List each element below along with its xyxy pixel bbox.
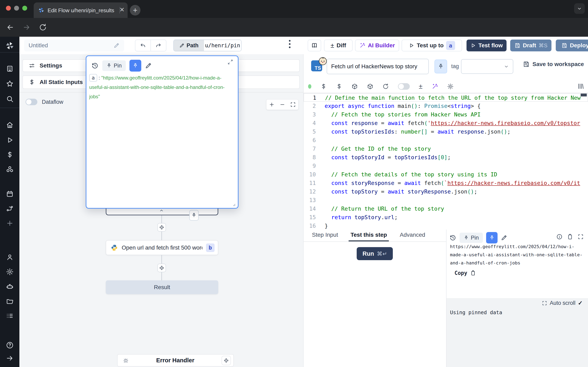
flow-node-result[interactable]: Result [106, 280, 218, 294]
editor-scrollbar[interactable] [581, 94, 587, 96]
undo-button[interactable] [135, 42, 150, 49]
variables-dollar-icon[interactable] [336, 83, 342, 90]
schedules-calendar-icon[interactable] [6, 190, 14, 198]
expand-icon[interactable] [578, 234, 584, 240]
diff-button[interactable]: ± Diff [324, 40, 353, 51]
home-icon[interactable] [6, 121, 14, 129]
pinned-toggle-button[interactable] [486, 232, 498, 243]
resources-cubes-icon[interactable] [6, 166, 14, 173]
code-line[interactable]: 3 // Fetch the top stories from Hacker N… [303, 110, 588, 119]
more-options-icon[interactable] [289, 43, 291, 45]
reload-icon[interactable] [382, 83, 389, 90]
path-group[interactable]: Path u/henri/pin [173, 40, 242, 51]
collapse-sidebar-arrow-icon[interactable] [6, 354, 14, 362]
pin-tab-button[interactable]: Pin [102, 60, 126, 71]
code-line[interactable]: 12 const topStory = await storyResponse.… [303, 187, 588, 196]
run-button[interactable]: Run ⌘↵ [357, 247, 393, 260]
gear-icon[interactable] [6, 268, 14, 276]
code-line[interactable]: 10 // Fetch the details of the top story… [303, 170, 588, 179]
pin-input-button[interactable] [434, 59, 447, 73]
pinned-toggle-button[interactable] [130, 60, 141, 72]
tab-search-button[interactable] [574, 3, 585, 14]
expand-icon[interactable] [227, 59, 233, 65]
code-line[interactable]: 15 return topStory.url; [303, 213, 588, 222]
docs-book-button[interactable] [308, 40, 321, 51]
search-icon[interactable] [6, 95, 14, 103]
node-a-pin-badge[interactable] [189, 210, 199, 221]
test-up-to-target-badge[interactable]: a [446, 41, 455, 50]
save-to-workspace-button[interactable]: Save to workspace [523, 61, 584, 68]
runs-play-icon[interactable] [6, 136, 14, 144]
flow-name-input[interactable]: Untitled [24, 40, 124, 51]
insert-step-button[interactable] [157, 264, 166, 272]
code-line[interactable]: 7 // Get the ID of the top story [303, 145, 588, 153]
logs-list-icon[interactable] [6, 312, 14, 320]
favorites-star-icon[interactable] [6, 80, 14, 88]
diff-plusminus-icon[interactable]: ± [419, 82, 423, 90]
close-window-button[interactable] [6, 6, 11, 11]
ai-builder-button[interactable]: AI Builder [355, 40, 399, 51]
ai-wand-icon[interactable] [432, 83, 438, 90]
editor-settings-gear-icon[interactable] [447, 83, 454, 90]
variables-dollar-icon[interactable] [6, 151, 14, 159]
add-error-handler-button[interactable] [222, 356, 231, 365]
info-icon[interactable] [556, 234, 562, 240]
minimize-window-button[interactable] [14, 6, 19, 11]
edit-pencil-icon[interactable] [145, 62, 152, 69]
tab-close-icon[interactable]: ✕ [120, 6, 125, 13]
clipboard-icon[interactable] [567, 234, 573, 240]
static-inputs-dollar-icon[interactable] [320, 83, 327, 90]
back-button[interactable] [6, 23, 14, 31]
history-icon[interactable] [449, 234, 456, 241]
test-up-to-button[interactable]: Test up to a [402, 40, 462, 51]
error-handler-node[interactable]: Error Handler [117, 354, 234, 367]
result-value[interactable]: https://www.geoffreylitt.com/2025/04/12/… [450, 243, 582, 267]
add-plus-icon[interactable] [6, 219, 14, 227]
forward-button[interactable] [22, 23, 31, 31]
tab-test-this-step[interactable]: Test this step [351, 232, 387, 238]
maximize-window-button[interactable] [22, 6, 27, 11]
flows-route-icon[interactable] [6, 205, 14, 212]
new-tab-button[interactable]: + [130, 5, 140, 16]
code-line[interactable]: 1// Define the main function to fetch th… [303, 93, 588, 102]
code-line[interactable]: 4 const response = await fetch('https://… [303, 119, 588, 127]
code-line[interactable]: 2export async function main(): Promise<s… [303, 102, 588, 110]
step-summary-input[interactable]: Fetch url of HackerNews top story [327, 59, 429, 74]
draft-button[interactable]: Draft ⌘S [510, 40, 552, 51]
windmill-logo[interactable] [5, 41, 13, 49]
copy-button[interactable]: Copy [454, 270, 476, 276]
tab-step-input[interactable]: Step Input [312, 232, 338, 238]
zoom-out-icon[interactable] [279, 102, 285, 108]
pin-tab-button[interactable]: Pin [459, 233, 483, 243]
flow-node-b[interactable]: Open url and fetch first 500 words of ..… [106, 240, 218, 255]
help-icon[interactable] [6, 341, 14, 349]
code-line[interactable]: 6 [303, 136, 588, 145]
auto-scroll-control[interactable]: Auto scroll ✓ [542, 300, 583, 307]
edit-pencil-icon[interactable] [501, 234, 507, 241]
workers-robot-icon[interactable] [6, 283, 14, 290]
code-line[interactable]: 11 const storyResponse = await fetch(`ht… [303, 179, 588, 187]
path-edit-button[interactable]: Path [174, 40, 204, 51]
dataflow-toggle[interactable] [26, 99, 37, 105]
folders-icon[interactable] [6, 297, 14, 305]
insert-step-button[interactable] [157, 223, 166, 232]
reload-button[interactable] [39, 23, 47, 31]
deploy-button[interactable]: Deploy [556, 40, 588, 51]
code-line[interactable]: 14 // Return the URL of the top story [303, 205, 588, 213]
code-line[interactable]: 8 const topStoryId = topStoriesIds[0]; [303, 153, 588, 162]
code-line[interactable]: 16} [303, 222, 588, 230]
code-line[interactable]: 5 const topStoriesIds: number[] = await … [303, 127, 588, 136]
code-line[interactable]: 13 [303, 196, 588, 205]
library-columns-icon[interactable] [577, 83, 584, 90]
editor-toggle[interactable] [398, 83, 410, 90]
zoom-in-icon[interactable] [269, 102, 275, 108]
browser-tab[interactable]: Edit Flow u/henri/pin_results ✕ [34, 2, 128, 18]
tag-select[interactable] [461, 59, 513, 74]
pinned-value[interactable]: a : "https://www.geoffreylitt.com/2025/0… [89, 73, 235, 101]
redo-button[interactable] [151, 42, 166, 49]
test-flow-button[interactable]: Test flow [467, 40, 507, 51]
package-icon[interactable] [351, 83, 358, 90]
user-icon[interactable] [6, 253, 14, 261]
resize-handle[interactable] [231, 201, 236, 207]
workspace-icon[interactable] [6, 65, 14, 73]
